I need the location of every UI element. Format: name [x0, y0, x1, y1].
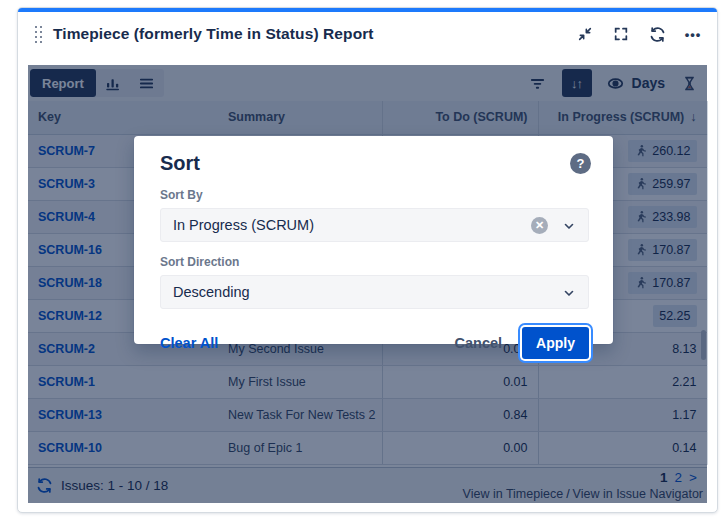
cancel-button[interactable]: Cancel	[445, 329, 513, 357]
chevron-down-icon	[562, 286, 576, 303]
sort-direction-select[interactable]: Descending	[160, 275, 589, 309]
more-menu-icon[interactable]: •••	[683, 24, 703, 44]
sort-direction-value: Descending	[173, 284, 250, 300]
sort-by-label: Sort By	[160, 188, 589, 202]
sort-direction-label: Sort Direction	[160, 255, 589, 269]
sort-by-select[interactable]: In Progress (SCRUM) ✕	[160, 208, 589, 242]
gadget-card: Timepiece (formerly Time in Status) Repo…	[17, 7, 718, 513]
drag-handle-icon[interactable]	[34, 25, 43, 44]
sort-by-value: In Progress (SCRUM)	[173, 217, 314, 233]
refresh-icon[interactable]	[647, 24, 667, 44]
help-icon[interactable]: ?	[570, 153, 591, 174]
apply-button[interactable]: Apply	[522, 327, 589, 359]
clear-selection-icon[interactable]: ✕	[531, 217, 548, 234]
sort-modal: Sort ? Sort By In Progress (SCRUM) ✕ Sor…	[134, 136, 613, 344]
fullscreen-icon[interactable]	[611, 24, 631, 44]
collapse-icon[interactable]	[575, 24, 595, 44]
gadget-header: Timepiece (formerly Time in Status) Repo…	[18, 12, 717, 56]
modal-title: Sort	[160, 152, 589, 175]
clear-all-button[interactable]: Clear All	[160, 335, 218, 351]
chevron-down-icon	[562, 219, 576, 236]
gadget-title: Timepiece (formerly Time in Status) Repo…	[53, 25, 374, 43]
